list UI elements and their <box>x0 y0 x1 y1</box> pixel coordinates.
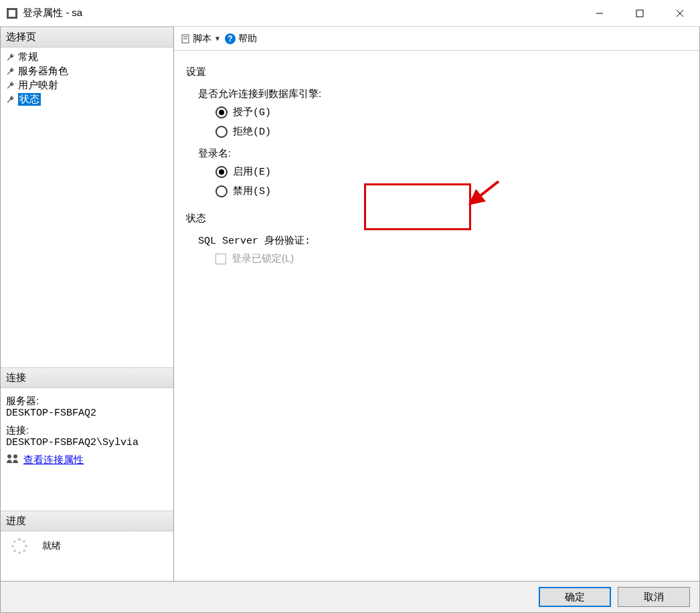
nav-item-server-roles[interactable]: 服务器角色 <box>1 64 173 78</box>
radio-icon <box>215 185 228 197</box>
connection-section: 服务器: DESKTOP-FSBFAQ2 连接: DESKTOP-FSBFAQ2… <box>1 388 173 470</box>
radio-label: 拒绝(D) <box>233 125 271 138</box>
spacer <box>1 470 173 511</box>
svg-rect-1 <box>636 10 643 17</box>
radio-grant[interactable]: 授予(G) <box>215 106 687 118</box>
script-button[interactable]: 脚本 ▼ <box>181 33 221 45</box>
server-value: DESKTOP-FSBFAQ2 <box>6 408 168 419</box>
wrench-icon <box>6 81 15 90</box>
chevron-down-icon: ▼ <box>214 35 221 42</box>
radio-icon <box>215 106 228 118</box>
radio-label: 启用(E) <box>233 165 271 178</box>
content-area: 选择页 常规 服务器角色 用户映射 状态 连接 服务器: DESKTOP-FSB <box>0 27 700 581</box>
nav-label: 常规 <box>18 51 38 64</box>
progress-status: 就绪 <box>42 540 61 552</box>
left-panel: 选择页 常规 服务器角色 用户映射 状态 连接 服务器: DESKTOP-FSB <box>0 27 174 581</box>
minimize-button[interactable] <box>580 0 620 27</box>
nav-item-status[interactable]: 状态 <box>1 92 173 106</box>
script-label: 脚本 <box>193 33 211 45</box>
app-icon <box>7 8 17 19</box>
help-icon: ? <box>225 33 236 44</box>
maximize-button[interactable] <box>620 0 660 27</box>
nav-item-user-mapping[interactable]: 用户映射 <box>1 78 173 92</box>
radio-icon <box>215 126 228 138</box>
help-label: 帮助 <box>238 33 257 45</box>
connection-value: DESKTOP-FSBFAQ2\Sylvia <box>6 437 168 448</box>
db-engine-label: 是否允许连接到数据库引擎: <box>198 88 687 100</box>
progress-section: 就绪 <box>1 531 173 581</box>
radio-label: 授予(G) <box>233 106 271 118</box>
nav-label: 服务器角色 <box>18 65 68 78</box>
people-icon <box>6 454 19 466</box>
checkbox-locked: 登录已锁定(L) <box>215 252 687 265</box>
radio-enable[interactable]: 启用(E) <box>215 165 687 178</box>
wrench-icon <box>6 95 15 104</box>
view-properties-row: 查看连接属性 <box>6 454 168 466</box>
wrench-icon <box>6 53 15 62</box>
svg-point-4 <box>7 454 11 458</box>
window-title: 登录属性 - sa <box>23 7 580 19</box>
main-content: 设置 是否允许连接到数据库引擎: 授予(G) 拒绝(D) 登录名: 启用(E) … <box>174 51 699 581</box>
select-page-header: 选择页 <box>1 27 173 48</box>
radio-label: 禁用(S) <box>233 185 271 197</box>
view-connection-properties-link[interactable]: 查看连接属性 <box>23 454 84 466</box>
connection-header: 连接 <box>1 367 173 388</box>
spinner-icon <box>11 538 27 554</box>
window-controls <box>580 0 700 27</box>
toolbar: 脚本 ▼ ? 帮助 <box>174 27 699 51</box>
radio-icon <box>215 166 228 178</box>
checkbox-label: 登录已锁定(L) <box>232 252 294 265</box>
help-button[interactable]: ? 帮助 <box>225 33 257 45</box>
server-label: 服务器: <box>6 395 168 408</box>
nav-list: 常规 服务器角色 用户映射 状态 <box>1 48 173 109</box>
settings-title: 设置 <box>186 66 687 78</box>
right-panel: 脚本 ▼ ? 帮助 设置 是否允许连接到数据库引擎: 授予(G) 拒绝(D) 登… <box>174 27 700 581</box>
sql-auth-label: SQL Server 身份验证: <box>198 234 687 247</box>
checkbox-icon <box>215 254 226 264</box>
spacer <box>1 109 173 367</box>
status-title: 状态 <box>186 212 687 225</box>
nav-label: 状态 <box>18 93 41 106</box>
radio-deny[interactable]: 拒绝(D) <box>215 125 687 138</box>
progress-header: 进度 <box>1 511 173 531</box>
script-icon <box>181 34 190 43</box>
footer: 确定 取消 <box>0 581 700 613</box>
cancel-button[interactable]: 取消 <box>618 587 690 607</box>
nav-label: 用户映射 <box>18 79 58 92</box>
connection-label: 连接: <box>6 424 168 437</box>
titlebar: 登录属性 - sa <box>0 0 700 27</box>
ok-button[interactable]: 确定 <box>539 587 611 607</box>
login-label: 登录名: <box>198 147 687 160</box>
nav-item-general[interactable]: 常规 <box>1 50 173 64</box>
radio-disable[interactable]: 禁用(S) <box>215 185 687 197</box>
close-button[interactable] <box>660 0 700 27</box>
svg-point-5 <box>13 454 17 458</box>
wrench-icon <box>6 67 15 76</box>
